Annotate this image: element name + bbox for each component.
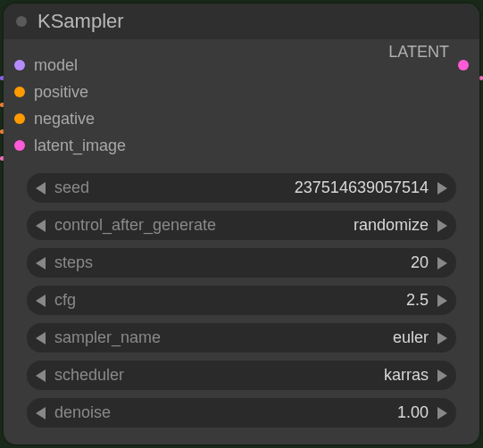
param-label: control_after_generate [54, 216, 216, 235]
arrow-left-icon[interactable] [36, 257, 46, 270]
param-value[interactable]: randomize [354, 216, 429, 235]
input-latent-image-row[interactable]: latent_image [4, 132, 479, 159]
param-value[interactable]: euler [393, 328, 429, 347]
param-scheduler[interactable]: scheduler karras [27, 361, 456, 390]
input-positive-row[interactable]: positive [4, 79, 479, 105]
param-value[interactable]: 2.5 [406, 291, 429, 310]
port-dot-icon[interactable] [14, 113, 25, 124]
port-dot-icon[interactable] [14, 60, 25, 71]
param-label: steps [54, 253, 93, 272]
arrow-right-icon[interactable] [437, 369, 447, 382]
param-label: denoise [54, 403, 111, 422]
arrow-right-icon[interactable] [437, 295, 447, 307]
input-negative-label: negative [34, 110, 95, 129]
ksampler-node[interactable]: KSampler LATENT model positive negative … [4, 4, 479, 444]
node-header[interactable]: KSampler [4, 4, 479, 39]
arrow-left-icon[interactable] [36, 220, 46, 232]
param-value[interactable]: 1.00 [397, 403, 429, 422]
node-title: KSampler [37, 10, 124, 33]
port-dot-icon[interactable] [14, 87, 25, 97]
arrow-right-icon[interactable] [437, 182, 447, 195]
param-cfg[interactable]: cfg 2.5 [27, 286, 456, 315]
param-label: sampler_name [54, 328, 161, 347]
param-value[interactable]: 20 [411, 253, 429, 272]
params-section: seed 237514639057514 control_after_gener… [4, 168, 479, 433]
param-sampler-name[interactable]: sampler_name euler [27, 323, 456, 353]
arrow-right-icon[interactable] [437, 257, 447, 270]
ports-section: LATENT model positive negative latent_im… [4, 39, 479, 168]
arrow-left-icon[interactable] [36, 407, 46, 419]
param-denoise[interactable]: denoise 1.00 [27, 398, 456, 427]
wire-output [479, 76, 483, 80]
arrow-right-icon[interactable] [437, 407, 447, 419]
arrow-right-icon[interactable] [437, 220, 447, 232]
port-dot-icon[interactable] [458, 60, 469, 71]
param-seed[interactable]: seed 237514639057514 [27, 173, 456, 203]
input-model-label: model [34, 56, 78, 75]
param-steps[interactable]: steps 20 [27, 248, 456, 278]
arrow-left-icon[interactable] [36, 332, 46, 344]
arrow-right-icon[interactable] [437, 332, 447, 344]
param-label: scheduler [54, 366, 124, 385]
collapse-dot-icon[interactable] [16, 16, 27, 27]
input-model-row[interactable]: model [4, 52, 479, 79]
arrow-left-icon[interactable] [36, 369, 46, 382]
input-negative-row[interactable]: negative [4, 105, 479, 132]
arrow-left-icon[interactable] [36, 295, 46, 307]
input-latent-image-label: latent_image [34, 137, 126, 155]
param-label: cfg [54, 291, 76, 310]
param-control-after-generate[interactable]: control_after_generate randomize [27, 211, 456, 240]
port-dot-icon[interactable] [14, 140, 25, 151]
param-label: seed [54, 178, 89, 197]
param-value[interactable]: karras [384, 366, 429, 385]
param-value[interactable]: 237514639057514 [295, 178, 429, 197]
input-positive-label: positive [34, 83, 88, 102]
arrow-left-icon[interactable] [36, 182, 46, 195]
